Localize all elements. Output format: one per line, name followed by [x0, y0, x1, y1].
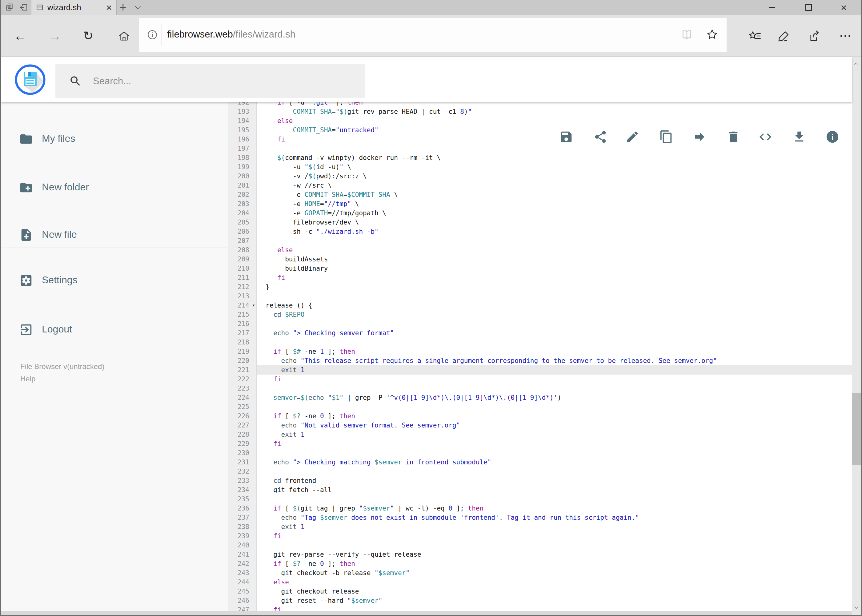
scroll-down-icon[interactable] [853, 605, 859, 610]
code-button[interactable] [758, 130, 772, 144]
code-line[interactable]: 223 [228, 384, 852, 393]
code-line[interactable]: 215 cd $REPO [228, 310, 852, 319]
code-line[interactable]: 220 echo "This release script requires a… [228, 356, 852, 365]
tabs-dropdown-icon[interactable] [134, 3, 142, 12]
move-button[interactable] [692, 130, 706, 144]
code-line[interactable]: 203 -e HOME="//tmp" \ [228, 199, 852, 209]
code-line[interactable]: 234 git fetch --all [228, 485, 852, 495]
edit-button[interactable] [626, 130, 640, 144]
favorite-star-icon[interactable] [706, 28, 718, 41]
code-editor[interactable]: 192 if [ -d ".git" ]; then193 COMMIT_SHA… [228, 102, 852, 611]
code-line[interactable]: 209 buildAssets [228, 255, 852, 264]
code-line[interactable]: 212} [228, 282, 852, 292]
code-line[interactable]: 233 cd frontend [228, 476, 852, 485]
vertical-scrollbar[interactable] [852, 57, 861, 615]
code-line[interactable]: 216 [228, 319, 852, 328]
fold-marker-icon[interactable]: ▾ [251, 301, 257, 310]
code-line[interactable]: 194 else [228, 116, 852, 126]
code-line[interactable]: 221 exit 1 [228, 365, 852, 375]
site-info-icon[interactable] [147, 29, 158, 41]
save-button[interactable] [559, 130, 573, 144]
code-line[interactable]: 232 [228, 467, 852, 476]
code-line[interactable]: 197 [228, 144, 852, 153]
code-line[interactable]: 208 else [228, 245, 852, 255]
code-line[interactable]: 227 echo "Not valid semver format. See s… [228, 421, 852, 430]
code-line[interactable]: 200 -v /$(pwd):/src:z \ [228, 171, 852, 181]
code-line[interactable]: 228 exit 1 [228, 430, 852, 439]
refresh-icon[interactable]: ↻ [83, 28, 93, 44]
code-line[interactable]: 207 [228, 236, 852, 245]
maximize-icon[interactable] [798, 0, 819, 15]
search-input[interactable] [92, 64, 358, 99]
code-line[interactable]: 225 [228, 402, 852, 412]
code-line[interactable]: 243 git checkout -b release "$semver" [228, 568, 852, 578]
code-line[interactable]: 218 [228, 338, 852, 347]
code-line[interactable]: 242 if [ $? -ne 0 ]; then [228, 559, 852, 568]
code-line[interactable]: 237 echo "Tag $semver does not exist in … [228, 513, 852, 522]
code-line[interactable]: 202 -e COMMIT_SHA=$COMMIT_SHA \ [228, 190, 852, 199]
new-tab-icon[interactable]: + [120, 1, 126, 14]
code-line[interactable]: 235 [228, 495, 852, 504]
code-line[interactable]: 206 sh -c "./wizard.sh -b" [228, 227, 852, 236]
home-icon[interactable] [118, 30, 130, 42]
code-line[interactable]: 217 echo "> Checking semver format" [228, 328, 852, 338]
share-icon[interactable] [808, 30, 821, 42]
sidebar-item-new-file[interactable]: New file [1, 220, 228, 250]
hub-icon[interactable] [749, 30, 761, 42]
code-line[interactable]: 240 [228, 541, 852, 550]
code-line[interactable]: 241 git rev-parse --verify --quiet relea… [228, 550, 852, 559]
tabs-set-aside-icon[interactable] [19, 3, 28, 12]
code-line[interactable]: 193 COMMIT_SHA="$(git rev-parse HEAD | c… [228, 107, 852, 116]
back-icon[interactable]: ← [14, 28, 27, 44]
code-line[interactable]: 210 buildBinary [228, 264, 852, 273]
code-line[interactable]: 213 [228, 292, 852, 301]
close-icon[interactable]: × [833, 0, 855, 15]
code-line[interactable]: 230 [228, 448, 852, 457]
code-line[interactable]: 224 semver=$(echo "$1" | grep -P '^v(0|[… [228, 393, 852, 402]
sidebar-item-new-folder[interactable]: New folder [1, 173, 228, 202]
tab-close-icon[interactable]: × [106, 1, 112, 14]
filebrowser-logo[interactable] [15, 64, 46, 95]
code-line[interactable]: 246 git reset --hard "$semver" [228, 596, 852, 605]
code-line[interactable]: 236 if [ $(git tag | grep "$semver" | wc… [228, 504, 852, 513]
code-line[interactable]: 226 if [ $? -ne 0 ]; then [228, 412, 852, 421]
code-line[interactable]: 238 exit 1 [228, 522, 852, 531]
share-button[interactable] [593, 130, 607, 144]
sidebar-item-logout[interactable]: Logout [1, 315, 228, 344]
code-line[interactable]: 198 $(command -v winpty) docker run --rm… [228, 153, 852, 162]
delete-button[interactable] [726, 130, 741, 144]
copy-button[interactable] [659, 130, 673, 144]
code-line[interactable]: 214▾release () { [228, 301, 852, 310]
address-bar[interactable]: filebrowser.web/files/wizard.sh [139, 18, 726, 52]
browser-tab[interactable]: wizard.sh × [31, 0, 117, 15]
web-note-icon[interactable] [777, 30, 790, 42]
code-line[interactable]: 222 fi [228, 375, 852, 384]
forward-icon[interactable]: → [48, 28, 61, 44]
search-box[interactable] [55, 64, 365, 98]
code-line[interactable]: 205 filebrowser/dev \ [228, 218, 852, 227]
code-line[interactable]: 245 git checkout release [228, 587, 852, 596]
code-line[interactable]: 244 else [228, 578, 852, 587]
scrollbar-thumb[interactable] [852, 393, 861, 465]
code-line[interactable]: 201 -w //src \ [228, 181, 852, 190]
sidebar-item-my-files[interactable]: My files [1, 124, 228, 154]
code-line[interactable]: 231 echo "> Checking matching $semver in… [228, 457, 852, 467]
download-button[interactable] [792, 130, 806, 144]
sidebar-item-settings[interactable]: Settings [1, 266, 228, 295]
code-line[interactable]: 239 fi [228, 531, 852, 541]
code-line[interactable]: 192 if [ -d ".git" ]; then [228, 102, 852, 107]
more-icon[interactable] [839, 30, 852, 42]
help-link[interactable]: Help [20, 375, 35, 383]
scroll-up-icon[interactable] [853, 61, 859, 67]
reading-view-icon[interactable] [681, 29, 693, 41]
code-line[interactable]: 247 fi [228, 605, 852, 611]
code-line[interactable]: 204 -e GOPATH=//tmp/gopath \ [228, 209, 852, 218]
code-line[interactable]: 199 -u "$(id -u)" \ [228, 162, 852, 171]
code-line[interactable]: 219 if [ $# -ne 1 ]; then [228, 347, 852, 356]
code-line[interactable]: 211 fi [228, 273, 852, 282]
minimize-icon[interactable] [761, 0, 783, 15]
horizontal-scrollbar[interactable] [1, 611, 852, 615]
code-line[interactable]: 229 fi [228, 439, 852, 448]
pages-overview-icon[interactable] [5, 3, 14, 12]
info-button[interactable] [826, 130, 840, 144]
